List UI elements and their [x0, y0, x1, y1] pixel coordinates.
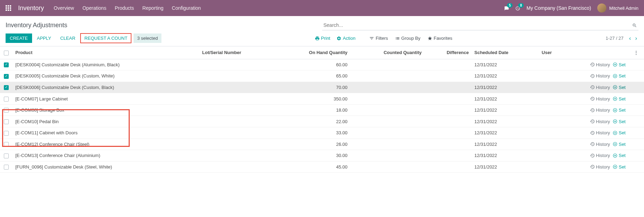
set-button[interactable]: Set — [613, 96, 626, 102]
cell-user[interactable] — [539, 116, 566, 127]
set-button[interactable]: Set — [613, 164, 626, 170]
cell-lot[interactable] — [199, 127, 275, 139]
clear-button[interactable]: CLEAR — [56, 33, 79, 43]
cell-difference[interactable] — [424, 82, 471, 93]
table-row[interactable]: [FURN_0096] Customizable Desk (Steel, Wh… — [0, 161, 644, 173]
cell-onhand[interactable]: 60.00 — [275, 59, 350, 70]
table-row[interactable]: [DESK0006] Customizable Desk (Custom, Bl… — [0, 82, 644, 93]
cell-counted[interactable] — [350, 116, 425, 127]
cell-counted[interactable] — [350, 82, 425, 93]
cell-user[interactable] — [539, 139, 566, 150]
nav-menu-configuration[interactable]: Configuration — [172, 5, 201, 11]
set-button[interactable]: Set — [613, 85, 626, 90]
set-button[interactable]: Set — [613, 142, 626, 147]
cell-onhand[interactable]: 30.00 — [275, 150, 350, 162]
row-checkbox[interactable] — [4, 165, 9, 170]
groupby-button[interactable]: Group By — [395, 36, 421, 41]
search-input[interactable] — [322, 20, 631, 30]
user-menu[interactable]: Mitchell Admin — [597, 3, 638, 13]
table-row[interactable]: [E-COM13] Conference Chair (Aluminium) 3… — [0, 150, 644, 162]
table-row[interactable]: [E-COM07] Large Cabinet 350.00 12/31/202… — [0, 93, 644, 105]
cell-product[interactable]: [E-COM10] Pedal Bin — [13, 116, 199, 127]
cell-counted[interactable] — [350, 139, 425, 150]
select-all-checkbox[interactable] — [4, 51, 9, 55]
cell-product[interactable]: [E-COM07] Large Cabinet — [13, 93, 199, 105]
cell-lot[interactable] — [199, 104, 275, 116]
cell-user[interactable] — [539, 70, 566, 82]
cell-user[interactable] — [539, 127, 566, 139]
table-row[interactable]: [DESK0005] Customizable Desk (Custom, Wh… — [0, 70, 644, 82]
cell-lot[interactable] — [199, 59, 275, 70]
cell-scheduled[interactable]: 12/31/2022 — [472, 82, 539, 93]
cell-scheduled[interactable]: 12/31/2022 — [472, 139, 539, 150]
history-button[interactable]: History — [590, 96, 610, 102]
apply-button[interactable]: APPLY — [33, 33, 55, 43]
cell-difference[interactable] — [424, 161, 471, 173]
cell-user[interactable] — [539, 161, 566, 173]
header-product[interactable]: Product — [13, 46, 199, 59]
cell-difference[interactable] — [424, 59, 471, 70]
cell-user[interactable] — [539, 59, 566, 70]
cell-product[interactable]: [E-COM11] Cabinet with Doors — [13, 127, 199, 139]
messages-icon[interactable]: 5 — [504, 5, 509, 11]
cell-lot[interactable] — [199, 116, 275, 127]
cell-counted[interactable] — [350, 150, 425, 162]
row-checkbox[interactable] — [4, 62, 9, 67]
history-button[interactable]: History — [590, 164, 610, 170]
nav-menu-reporting[interactable]: Reporting — [142, 5, 164, 11]
cell-onhand[interactable]: 33.00 — [275, 127, 350, 139]
row-checkbox[interactable] — [4, 97, 9, 102]
set-button[interactable]: Set — [613, 73, 626, 78]
filters-button[interactable]: Filters — [369, 36, 388, 41]
selected-count[interactable]: 3 selected — [134, 33, 161, 43]
cell-onhand[interactable]: 22.00 — [275, 116, 350, 127]
history-button[interactable]: History — [590, 142, 610, 147]
cell-scheduled[interactable]: 12/31/2022 — [472, 93, 539, 105]
app-name[interactable]: Inventory — [18, 5, 44, 12]
header-lot[interactable]: Lot/Serial Number — [199, 46, 275, 59]
cell-onhand[interactable]: 18.00 — [275, 104, 350, 116]
row-checkbox[interactable] — [4, 108, 9, 113]
cell-difference[interactable] — [424, 104, 471, 116]
cell-counted[interactable] — [350, 104, 425, 116]
history-button[interactable]: History — [590, 62, 610, 67]
history-button[interactable]: History — [590, 85, 610, 90]
search-icon[interactable] — [631, 21, 638, 29]
cell-lot[interactable] — [199, 161, 275, 173]
cell-counted[interactable] — [350, 161, 425, 173]
cell-difference[interactable] — [424, 127, 471, 139]
cell-difference[interactable] — [424, 116, 471, 127]
set-button[interactable]: Set — [613, 130, 626, 135]
cell-difference[interactable] — [424, 70, 471, 82]
pager-prev[interactable]: ‹ — [628, 34, 632, 43]
cell-difference[interactable] — [424, 93, 471, 105]
cell-user[interactable] — [539, 93, 566, 105]
cell-lot[interactable] — [199, 82, 275, 93]
row-checkbox[interactable] — [4, 142, 9, 147]
row-checkbox[interactable] — [4, 85, 9, 90]
cell-lot[interactable] — [199, 70, 275, 82]
request-count-button[interactable]: REQUEST A COUNT — [80, 33, 131, 43]
row-checkbox[interactable] — [4, 119, 9, 124]
row-checkbox[interactable] — [4, 131, 9, 136]
nav-menu-products[interactable]: Products — [115, 5, 134, 11]
header-counted[interactable]: Counted Quantity — [350, 46, 425, 59]
history-button[interactable]: History — [590, 119, 610, 124]
cell-product[interactable]: [DESK0004] Customizable Desk (Aluminium,… — [13, 59, 199, 70]
header-scheduled[interactable]: Scheduled Date — [472, 46, 539, 59]
row-checkbox[interactable] — [4, 74, 9, 79]
set-button[interactable]: Set — [613, 62, 626, 67]
history-button[interactable]: History — [590, 130, 610, 135]
cell-scheduled[interactable]: 12/31/2022 — [472, 116, 539, 127]
table-row[interactable]: [E-COM08] Storage Box 18.00 12/31/2022 H… — [0, 104, 644, 116]
table-row[interactable]: [E-COM10] Pedal Bin 22.00 12/31/2022 His… — [0, 116, 644, 127]
history-button[interactable]: History — [590, 153, 610, 158]
cell-lot[interactable] — [199, 150, 275, 162]
cell-scheduled[interactable]: 12/31/2022 — [472, 104, 539, 116]
cell-scheduled[interactable]: 12/31/2022 — [472, 161, 539, 173]
cell-counted[interactable] — [350, 70, 425, 82]
row-checkbox[interactable] — [4, 154, 9, 158]
cell-product[interactable]: [FURN_0096] Customizable Desk (Steel, Wh… — [13, 161, 199, 173]
header-onhand[interactable]: On Hand Quantity — [275, 46, 350, 59]
favorites-button[interactable]: Favorites — [427, 36, 452, 41]
